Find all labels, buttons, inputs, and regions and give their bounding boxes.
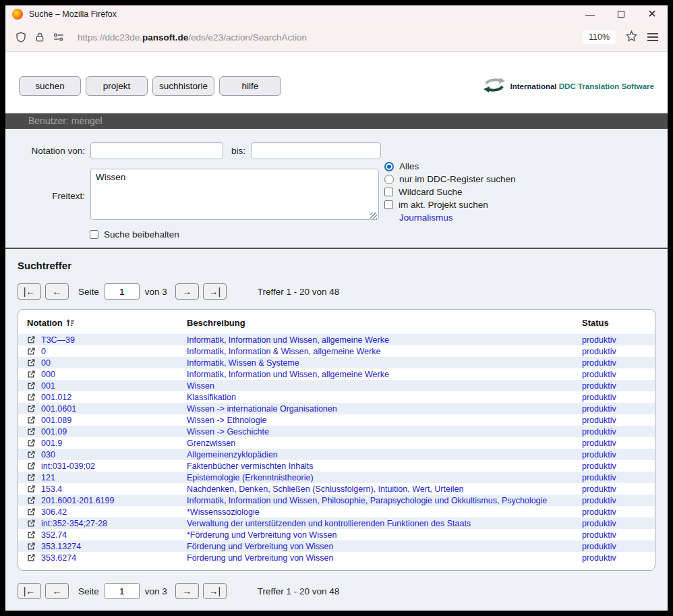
external-link-icon[interactable] [27,507,36,516]
beschreibung-link[interactable]: Klassifikation [187,393,236,402]
address-text[interactable]: https://ddc23de.pansoft.de/eds/e23/actio… [78,32,307,43]
external-link-icon[interactable] [27,450,36,459]
notation-link[interactable]: int:352-354;27-28 [41,519,107,528]
beschreibung-link[interactable]: Wissen [187,381,214,391]
beschreibung-link[interactable]: Verwaltung der unterstützenden und kontr… [187,519,471,528]
next-page-button[interactable]: → [175,283,199,300]
notation-link[interactable]: int:031-039;02 [41,461,95,471]
beschreibung-link[interactable]: Informatik, Information und Wissen, allg… [187,370,389,379]
notation-link[interactable]: 001.012 [41,393,71,402]
page-number-input[interactable] [105,583,140,599]
external-link-icon[interactable] [27,347,36,356]
page-number-input[interactable] [105,283,140,300]
suchen-button[interactable]: suchen [19,76,81,96]
minimize-button[interactable]: — [575,5,606,23]
beschreibung-link[interactable]: Förderung und Verbreitung von Wissen [187,542,334,551]
notation-link[interactable]: 353.13274 [41,542,81,551]
notation-link[interactable]: T3C—39 [41,335,75,345]
beschreibung-link[interactable]: Wissen -> internationale Organisationen [187,404,337,414]
external-link-icon[interactable] [27,358,36,367]
journalismus-link[interactable]: Journalismus [399,213,453,223]
beschreibung-link[interactable]: Informatik, Information & Wissen, allgem… [187,347,380,356]
suche-beibehalten-checkbox[interactable] [90,230,98,239]
status-column-header[interactable]: Status [582,312,655,334]
permissions-icon[interactable] [53,32,65,42]
bookmark-star-icon[interactable] [625,30,638,45]
notation-link[interactable]: 352.74 [41,530,67,540]
notation-link[interactable]: 201.6001-201.6199 [41,496,114,505]
beschreibung-column-header[interactable]: Beschreibung [187,312,582,334]
notation-link[interactable]: 001 [41,381,55,391]
external-link-icon[interactable] [27,416,36,424]
close-button[interactable]: ✕ [637,5,668,23]
last-page-button[interactable]: →| [203,583,227,599]
projekt-button[interactable]: projekt [86,76,148,96]
notation-link[interactable]: 030 [41,450,55,459]
beschreibung-link[interactable]: Epistemologie (Erkenntnistheorie) [187,473,314,482]
notation-link[interactable]: 153.4 [41,484,62,494]
wildcard-checkbox[interactable] [384,188,393,196]
notation-link[interactable]: 001.0601 [41,404,76,414]
last-page-button[interactable]: →| [203,283,227,300]
notation-column-header[interactable]: Notation [18,312,187,334]
shield-icon[interactable] [15,31,27,43]
notation-link[interactable]: 121 [41,473,55,482]
notation-to-input[interactable] [251,142,381,159]
notation-link[interactable]: 001.09 [41,427,67,437]
table-row: 001.012Klassifikationproduktiv [18,391,655,403]
resize-grip-icon[interactable] [370,213,377,219]
beschreibung-link[interactable]: Informatik, Information und Wissen, allg… [187,335,389,345]
prev-page-button[interactable]: ← [45,283,69,300]
zoom-level-badge[interactable]: 110% [583,30,616,44]
notation-link[interactable]: 306.42 [41,507,67,517]
external-link-icon[interactable] [27,381,36,390]
external-link-icon[interactable] [27,335,36,344]
notation-link[interactable]: 001.9 [41,439,62,448]
beschreibung-link[interactable]: Wissen -> Geschichte [187,427,269,437]
first-page-button[interactable]: |← [18,283,41,300]
sort-ascending-icon[interactable] [66,318,75,327]
hilfe-button[interactable]: hilfe [219,76,281,96]
projekt-suchen-checkbox[interactable] [384,200,393,209]
external-link-icon[interactable] [27,439,36,447]
beschreibung-link[interactable]: Nachdenken, Denken, Schließen (Schlussfo… [187,484,463,494]
suchhistorie-button[interactable]: suchhistorie [152,76,214,96]
external-link-icon[interactable] [27,496,36,505]
beschreibung-link[interactable]: Förderung und Verbreitung von Wissen [187,553,334,563]
beschreibung-link[interactable]: *Wissenssoziologie [187,507,260,517]
notation-link[interactable]: 001.089 [41,416,71,425]
external-link-icon[interactable] [27,530,36,539]
freitext-textarea[interactable]: Wissen [90,169,379,220]
ddc-register-radio[interactable] [384,175,394,184]
notation-link[interactable]: 0 [41,347,46,356]
beschreibung-link[interactable]: Allgemeinenzyklopädien [187,450,278,459]
prev-page-button[interactable]: ← [45,583,69,599]
external-link-icon[interactable] [27,404,36,413]
maximize-button[interactable] [606,5,637,23]
menu-icon[interactable] [647,33,658,41]
url-prefix: https://ddc23de. [78,32,142,43]
external-link-icon[interactable] [27,473,36,482]
external-link-icon[interactable] [27,553,36,562]
external-link-icon[interactable] [27,484,36,493]
external-link-icon[interactable] [27,370,36,379]
external-link-icon[interactable] [27,519,36,528]
notation-link[interactable]: 00 [41,358,51,368]
beschreibung-link[interactable]: Informatik, Information und Wissen, Phil… [187,496,547,505]
notation-from-input[interactable] [90,142,223,159]
external-link-icon[interactable] [27,461,36,470]
first-page-button[interactable]: |← [18,583,41,599]
notation-link[interactable]: 000 [41,370,55,379]
notation-link[interactable]: 353.6274 [41,553,76,563]
external-link-icon[interactable] [27,427,36,436]
beschreibung-link[interactable]: Faktenbücher vermischten Inhalts [187,461,314,471]
beschreibung-link[interactable]: Grenzwissen [187,439,235,448]
external-link-icon[interactable] [27,542,36,551]
alles-radio[interactable] [384,162,394,171]
lock-icon[interactable] [34,32,45,43]
next-page-button[interactable]: → [175,583,199,599]
external-link-icon[interactable] [27,393,36,401]
beschreibung-link[interactable]: Wissen -> Ethnologie [187,416,266,425]
beschreibung-link[interactable]: *Förderung und Verbreitung von Wissen [187,530,336,540]
beschreibung-link[interactable]: Informatik, Wissen & Systeme [187,358,299,368]
